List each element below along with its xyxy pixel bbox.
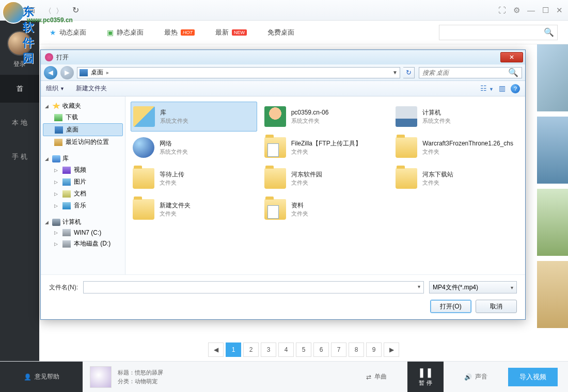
tree-video[interactable]: ▷视频 — [43, 164, 123, 176]
tree-downloads[interactable]: 下载 — [43, 111, 123, 123]
close-icon[interactable]: ✕ — [556, 6, 563, 15]
file-item[interactable]: FileZilla【FTP上传工具】文件夹 — [262, 133, 389, 162]
address-dropdown-icon[interactable]: ▼ — [392, 70, 398, 75]
page-number[interactable]: 2 — [243, 342, 259, 357]
organize-button[interactable]: 组织 ▼ — [46, 84, 65, 93]
file-item[interactable]: 河东下载站文件夹 — [393, 164, 520, 193]
nav-back-button[interactable]: ◄ — [44, 66, 57, 79]
file-type: 文件夹 — [422, 179, 453, 187]
page-number[interactable]: 8 — [349, 342, 364, 357]
cancel-button[interactable]: 取消 — [476, 300, 517, 313]
file-item[interactable]: Warcraft3FrozenThrone1.26_chs文件夹 — [393, 133, 520, 162]
file-item[interactable]: 资料文件夹 — [262, 194, 389, 224]
address-bar[interactable]: 桌面 ▸ ▼ — [77, 67, 400, 78]
page-number[interactable]: 5 — [296, 342, 311, 357]
view-options-icon[interactable]: ☷ ▼ — [480, 84, 494, 93]
sidebar-item-mobile[interactable]: 手 机 — [0, 143, 39, 171]
page-next[interactable]: ▶ — [384, 342, 399, 357]
category-label: 免费桌面 — [267, 28, 294, 37]
file-item[interactable]: 库系统文件夹 — [131, 102, 257, 132]
wallpaper-thumb[interactable] — [537, 44, 568, 111]
import-video-button[interactable]: 导入视频 — [508, 368, 558, 386]
page-prev[interactable]: ◀ — [208, 342, 224, 357]
file-item[interactable]: 河东软件园文件夹 — [262, 164, 389, 193]
search-icon[interactable]: 🔍 — [508, 68, 518, 77]
file-item[interactable]: 网络系统文件夹 — [131, 133, 257, 162]
file-item[interactable]: 计算机系统文件夹 — [393, 102, 520, 132]
page-number[interactable]: 7 — [331, 342, 346, 357]
wallpaper-thumb[interactable] — [537, 189, 568, 256]
page-number[interactable]: 4 — [278, 342, 294, 357]
nav-back-icon[interactable]: 〈 — [44, 7, 52, 14]
folder-icon — [264, 199, 286, 220]
file-type: 文件夹 — [291, 148, 361, 156]
sidebar-item-home[interactable]: 首 — [0, 75, 39, 103]
refresh-icon[interactable]: ↻ — [72, 5, 79, 15]
settings-icon[interactable]: ⚙ — [513, 6, 520, 15]
dialog-toolbar: 组织 ▼ 新建文件夹 ☷ ▼ ▥ ? — [41, 81, 525, 96]
dialog-close-button[interactable]: ✕ — [500, 52, 523, 62]
category-bar: ★ 动态桌面 ▣ 静态桌面 最热 HOT 最新 NEW 免费桌面 — [39, 21, 568, 44]
page-number[interactable]: 6 — [313, 342, 329, 357]
dialog-nav-bar: ◄ ► 桌面 ▸ ▼ ↻ 🔍 — [41, 64, 525, 81]
file-item[interactable]: 新建文件夹文件夹 — [131, 194, 257, 224]
filename-input[interactable] — [83, 281, 424, 293]
wallpaper-thumb[interactable] — [537, 261, 568, 328]
category-static[interactable]: ▣ 静态桌面 — [107, 28, 144, 37]
collapse-icon: ◢ — [45, 220, 50, 225]
tree-drive-d[interactable]: ▷本地磁盘 (D:) — [43, 238, 123, 250]
folder-icon — [133, 137, 154, 158]
tree-favorites[interactable]: ◢ 收藏夹 — [43, 101, 123, 111]
wallpaper-thumb[interactable] — [537, 117, 568, 184]
open-button[interactable]: 打开(O) — [430, 300, 471, 313]
feedback-link[interactable]: 👤 意见帮助 — [0, 362, 83, 392]
page-number[interactable]: 9 — [366, 342, 382, 357]
tree-documents[interactable]: ▷文档 — [43, 188, 123, 200]
filename-label: 文件名(N): — [49, 283, 78, 292]
filetype-select[interactable]: MP4文件(*.mp4) — [429, 281, 517, 293]
category-hottest[interactable]: 最热 HOT — [164, 28, 195, 37]
category-free[interactable]: 免费桌面 — [267, 28, 294, 37]
display-icon[interactable]: ⛶ — [498, 6, 506, 15]
dialog-search-input[interactable] — [422, 69, 508, 76]
address-chevron-icon: ▸ — [106, 70, 109, 75]
page-number[interactable]: 1 — [226, 342, 241, 357]
maximize-icon[interactable]: ☐ — [542, 6, 549, 15]
file-name: FileZilla【FTP上传工具】 — [291, 139, 361, 148]
tree-drive-c[interactable]: ▷WIN7 (C:) — [43, 227, 123, 238]
nav-forward-button[interactable]: ► — [60, 66, 74, 79]
tree-libraries[interactable]: ◢ 库 — [43, 153, 123, 164]
category-dynamic[interactable]: ★ 动态桌面 — [50, 28, 86, 37]
downloads-icon — [54, 114, 62, 121]
search-input[interactable] — [439, 29, 541, 36]
minimize-icon[interactable]: — — [527, 6, 535, 15]
loop-button[interactable]: ⇄ 单曲 — [366, 372, 387, 381]
file-type: 文件夹 — [160, 179, 184, 187]
category-newest[interactable]: 最新 NEW — [215, 28, 247, 37]
address-refresh-button[interactable]: ↻ — [403, 67, 415, 78]
sidebar-item-local[interactable]: 本 地 — [0, 109, 39, 137]
pause-button[interactable]: ❚❚ 暂 停 — [407, 362, 444, 393]
tree-pictures[interactable]: ▷图片 — [43, 176, 123, 188]
dialog-title: 打开 — [56, 53, 69, 62]
category-label: 静态桌面 — [117, 28, 144, 37]
nav-forward-icon[interactable]: 〉 — [56, 7, 63, 14]
help-icon[interactable]: ? — [511, 84, 520, 93]
volume-button[interactable]: 🔊 声音 — [464, 372, 487, 381]
pictures-icon — [62, 178, 71, 186]
search-icon[interactable]: 🔍 — [541, 25, 557, 40]
drive-icon — [62, 229, 71, 236]
page-number[interactable]: 3 — [261, 342, 276, 357]
collapse-icon: ◢ — [45, 104, 50, 109]
file-item[interactable]: 等待上传文件夹 — [131, 164, 257, 193]
libraries-icon — [52, 155, 60, 162]
tree-recent[interactable]: 最近访问的位置 — [43, 136, 123, 148]
titlebar: 容露桌面 〈 〉 ↻ ⛶ ⚙ — ☐ ✕ — [0, 0, 568, 21]
preview-pane-icon[interactable]: ▥ — [499, 84, 506, 93]
tree-music[interactable]: ▷音乐 — [43, 200, 123, 211]
file-type: 文件夹 — [291, 210, 308, 218]
file-item[interactable]: pc0359.cn-06系统文件夹 — [262, 102, 389, 132]
new-folder-button[interactable]: 新建文件夹 — [76, 84, 107, 93]
tree-desktop[interactable]: 桌面 — [43, 123, 123, 136]
tree-computer[interactable]: ◢ 计算机 — [43, 217, 123, 227]
